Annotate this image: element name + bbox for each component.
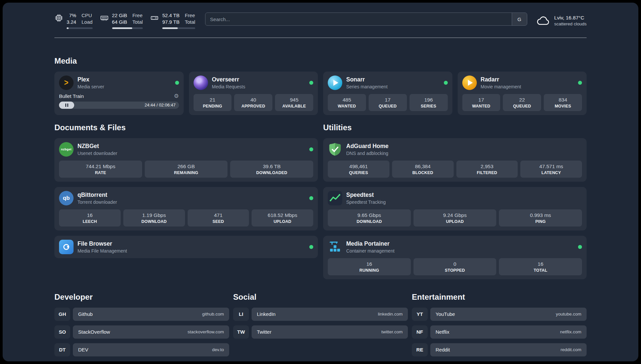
ram-total-label: Total bbox=[132, 19, 143, 25]
app-card-nzbget[interactable]: nzbget NZBGet Usenet downloader 744.21 M… bbox=[54, 138, 318, 182]
app-subtitle: Container management bbox=[346, 248, 394, 254]
app-card-adguard[interactable]: AdGuard Home DNS and adblocking 498,461 … bbox=[323, 138, 587, 182]
media-card-grid: > Plex Media server Bullet Train ⚙ 24:44… bbox=[54, 72, 587, 115]
bookmark-stackoverflow[interactable]: SO StackOverflow stackoverflow.com bbox=[54, 325, 229, 339]
app-card-speedtest[interactable]: Speedtest Speedtest Tracking 9.65 Gbps D… bbox=[323, 187, 587, 230]
stat-tile: 196 SERIES bbox=[410, 94, 448, 111]
app-card-filebrowser[interactable]: File Browser Media File Management bbox=[54, 236, 318, 258]
stat-tile: 86,384 BLOCKED bbox=[392, 161, 454, 178]
app-card-sonarr[interactable]: Sonarr Series management 485 WANTED 17 Q… bbox=[323, 72, 452, 115]
bookmark-netflix[interactable]: NF Netflix netflix.com bbox=[412, 325, 587, 339]
speedtest-icon bbox=[328, 191, 342, 205]
stats-row: 9.65 Gbps DOWNLOAD 9.24 Gbps UPLOAD 0.99… bbox=[328, 209, 582, 227]
stat-value: 9.24 Gbps bbox=[415, 212, 495, 218]
app-name: Overseerr bbox=[212, 76, 245, 83]
qbittorrent-icon: qb bbox=[59, 191, 74, 205]
stats-row: 485 WANTED 17 QUEUED 196 SERIES bbox=[328, 94, 448, 111]
weather-location: Lviv, 16.87°C bbox=[554, 15, 587, 21]
documents-column: Documents & Files nzbget NZBGet Usenet d… bbox=[54, 123, 318, 258]
app-card-plex[interactable]: > Plex Media server Bullet Train ⚙ 24:44… bbox=[54, 72, 184, 115]
bookmark-reddit[interactable]: RE Reddit reddit.com bbox=[412, 343, 587, 356]
portainer-icon bbox=[328, 240, 342, 254]
bookmark-url: netflix.com bbox=[560, 329, 581, 334]
stat-label: DOWNLOAD bbox=[329, 219, 410, 224]
topbar-divider bbox=[54, 38, 587, 38]
seek-bar[interactable]: 24:44 / 02:06:47 bbox=[59, 102, 179, 109]
bookmark-abbr: GH bbox=[54, 308, 70, 321]
adguard-icon bbox=[328, 142, 342, 157]
cpu-widget: 7% CPU 3.24 Load bbox=[54, 13, 93, 29]
bookmark-url: stackoverflow.com bbox=[188, 329, 224, 334]
stat-label: QUEUED bbox=[370, 104, 406, 108]
stat-value: 22 bbox=[504, 97, 540, 103]
stat-tile: 9.24 Gbps UPLOAD bbox=[413, 209, 497, 227]
search-bar: G bbox=[205, 13, 527, 26]
search-input[interactable] bbox=[205, 13, 512, 25]
bookmark-linkedin[interactable]: LI LinkedIn linkedin.com bbox=[233, 308, 408, 321]
section-title-developer: Developer bbox=[54, 292, 229, 302]
stat-tile: 40 APPROVED bbox=[234, 94, 272, 111]
stat-value: 196 bbox=[411, 97, 446, 103]
disk-widget: 52.4 TB Free 97.9 TB Total bbox=[150, 13, 195, 29]
stat-tile: 16 TOTAL bbox=[499, 258, 582, 275]
stat-value: 471 bbox=[189, 212, 248, 218]
stat-tile: 9.65 Gbps DOWNLOAD bbox=[328, 209, 411, 227]
overseerr-icon bbox=[194, 76, 208, 90]
stat-label: SEED bbox=[189, 219, 248, 224]
bookmark-github[interactable]: GH Github github.com bbox=[54, 308, 229, 321]
stat-value: 945 bbox=[276, 97, 312, 103]
bookmark-youtube[interactable]: YT YouTube youtube.com bbox=[412, 308, 587, 321]
search-engine-button[interactable]: G bbox=[512, 13, 527, 25]
stat-label: STOPPED bbox=[415, 268, 495, 273]
stat-value: 0.993 ms bbox=[500, 212, 581, 218]
disk-total-value: 97.9 TB bbox=[162, 19, 179, 25]
weather-widget: Lviv, 16.87°C scattered clouds bbox=[536, 14, 587, 28]
sonarr-icon bbox=[328, 76, 342, 90]
stat-label: WANTED bbox=[329, 104, 365, 108]
bookmark-twitter[interactable]: TW Twitter twitter.com bbox=[233, 325, 408, 339]
stat-label: WANTED bbox=[464, 104, 499, 108]
stat-label: FILTERED bbox=[458, 170, 517, 175]
pause-button[interactable] bbox=[59, 102, 74, 109]
disk-icon bbox=[150, 14, 159, 22]
disk-free-value: 52.4 TB bbox=[162, 13, 179, 19]
gear-icon[interactable]: ⚙ bbox=[174, 93, 179, 99]
app-card-overseerr[interactable]: Overseerr Media Requests 21 PENDING 40 A… bbox=[189, 72, 318, 115]
stat-value: 17 bbox=[464, 97, 499, 103]
app-subtitle: Torrent downloader bbox=[77, 199, 117, 205]
app-subtitle: Media server bbox=[77, 84, 104, 89]
stats-row: 498,461 QUERIES 86,384 BLOCKED 2,953 FIL… bbox=[328, 161, 582, 178]
app-name: NZBGet bbox=[77, 143, 117, 150]
stat-tile: 471 SEED bbox=[188, 209, 249, 227]
stat-value: 744.21 Mbps bbox=[60, 164, 141, 169]
app-subtitle: Speedtest Tracking bbox=[346, 199, 386, 205]
utilities-column: Utilities bbox=[323, 123, 587, 279]
stat-label: QUERIES bbox=[329, 170, 388, 175]
dashboard: 7% CPU 3.24 Load bbox=[3, 3, 638, 361]
stat-label: PING bbox=[500, 219, 581, 224]
stat-tile: 744.21 Mbps RATE bbox=[59, 161, 142, 178]
app-name: Sonarr bbox=[346, 76, 387, 83]
app-card-radarr[interactable]: Radarr Movie management 17 WANTED 22 QUE… bbox=[458, 72, 587, 115]
stat-value: 1.19 Gbps bbox=[125, 212, 184, 218]
stat-tile: 498,461 QUERIES bbox=[328, 161, 389, 178]
bookmarks-developer: Developer GH Github github.com SO StackO… bbox=[54, 292, 229, 356]
stat-tile: 16 RUNNING bbox=[328, 258, 411, 275]
stat-label: RATE bbox=[60, 170, 141, 175]
stats-row: 16 RUNNING 0 STOPPED 16 TOTAL bbox=[328, 258, 582, 275]
middle-columns: Documents & Files nzbget NZBGet Usenet d… bbox=[54, 123, 587, 279]
topbar: 7% CPU 3.24 Load bbox=[54, 13, 587, 29]
app-card-qbittorrent[interactable]: qb qBittorrent Torrent downloader 16 LEE… bbox=[54, 187, 318, 230]
ram-icon bbox=[100, 14, 109, 22]
app-card-portainer[interactable]: Media Portainer Container management 16 … bbox=[323, 236, 587, 279]
bookmark-dev[interactable]: DT DEV dev.to bbox=[54, 343, 229, 356]
ram-free-label: Free bbox=[132, 13, 143, 19]
stat-label: LATENCY bbox=[522, 170, 581, 175]
bookmark-url: dev.to bbox=[212, 347, 224, 352]
stat-tile: 266 GB REMAINING bbox=[145, 161, 228, 178]
bookmark-name: Github bbox=[78, 311, 93, 317]
stat-label: UPLOAD bbox=[415, 219, 495, 224]
stat-value: 498,461 bbox=[329, 164, 388, 169]
section-title-social: Social bbox=[233, 292, 408, 302]
status-dot bbox=[175, 81, 179, 85]
